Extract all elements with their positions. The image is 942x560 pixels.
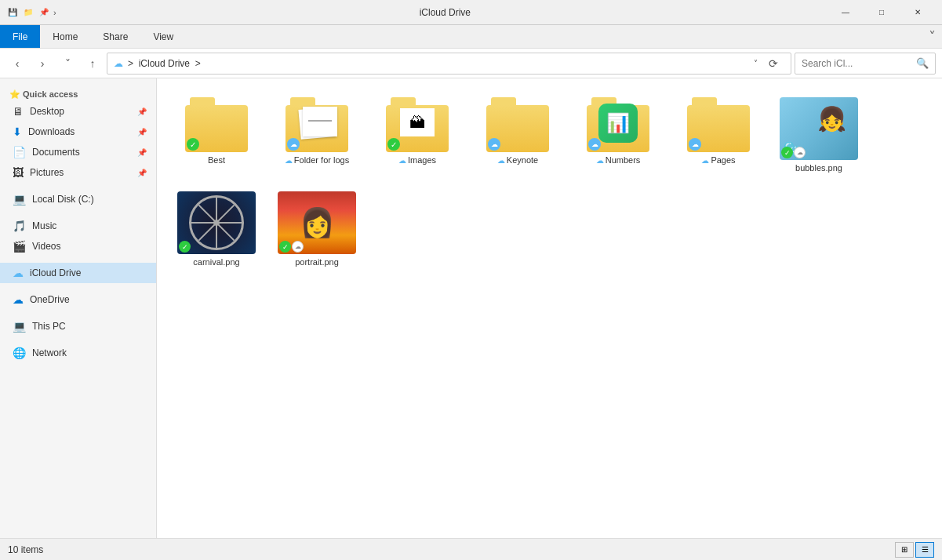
title-bar: 💾 📁 📌 › iCloud Drive — □ ✕ (0, 0, 942, 25)
view-toggles: ⊞ ☰ (895, 542, 934, 558)
window-title: iCloud Drive (63, 7, 827, 18)
title-bar-icons: 💾 📁 📌 › (6, 6, 56, 19)
file-label-logs: ☁ Folder for logs (285, 155, 349, 165)
menu-view[interactable]: View (140, 25, 186, 48)
file-label-images: ☁ Images (398, 155, 436, 165)
minimize-button[interactable]: — (827, 0, 864, 25)
thumbnail-portrait: 👩 ✓ ☁ (278, 191, 356, 254)
forward-button[interactable]: › (31, 53, 53, 75)
pictures-icon: 🖼 (13, 166, 24, 179)
sidebar-item-pictures[interactable]: 🖼 Pictures 📌 (0, 162, 156, 183)
address-cloud-icon: ☁ (114, 58, 123, 69)
file-label-pages: ☁ Pages (701, 155, 735, 165)
pin-icon-documents: 📌 (137, 148, 147, 157)
sidebar: ⭐ Quick access 🖥 Desktop 📌 ⬇ Downloads 📌… (0, 78, 157, 538)
sidebar-item-videos[interactable]: 🎬 Videos (0, 236, 156, 256)
music-icon: 🎵 (13, 220, 26, 232)
menu-bar-expand[interactable]: ˅ (929, 25, 942, 48)
folder-icon-images: 🏔 ✓ (386, 97, 449, 152)
title-bar-controls: — □ ✕ (827, 0, 936, 25)
sidebar-section-quick-access: ⭐ Quick access (0, 85, 156, 101)
dropdown-button[interactable]: ˅ (56, 53, 78, 75)
address-dropdown[interactable]: ˅ (754, 59, 758, 67)
menu-bar: File Home Share View ˅ (0, 25, 942, 49)
title-bar-arrow: › (53, 8, 56, 17)
onedrive-icon: ☁ (13, 293, 24, 306)
videos-icon: 🎬 (13, 240, 26, 253)
search-input[interactable] (802, 58, 913, 69)
thumbnail-carnival: ✓ (177, 191, 256, 254)
desktop-icon: 🖥 (13, 105, 24, 118)
folder-icon-numbers: 📊 ☁ (587, 97, 649, 152)
status-bar: 10 items ⊞ ☰ (0, 538, 942, 560)
thumbnail-bubbles: 👧 🫧 ✓ ☁ (780, 97, 858, 160)
close-button[interactable]: ✕ (900, 0, 936, 25)
list-item[interactable]: ✓ Best (169, 91, 264, 179)
folder-icon-logs: ☁ (286, 97, 348, 152)
file-label-keynote: ☁ Keynote (497, 155, 538, 165)
title-bar-folder-icon[interactable]: 📁 (22, 6, 35, 19)
folder-icon-pages: ☁ (687, 97, 750, 152)
pin-icon-downloads: 📌 (137, 128, 147, 136)
address-bar[interactable]: ☁ > iCloud Drive > ˅ ⟳ (107, 53, 791, 75)
menu-file[interactable]: File (0, 25, 40, 48)
sidebar-item-desktop[interactable]: 🖥 Desktop 📌 (0, 101, 156, 122)
address-breadcrumb: > iCloud Drive > (128, 58, 749, 69)
menu-home[interactable]: Home (40, 25, 90, 48)
content-area: ✓ Best ☁ ☁ Folder for log (157, 78, 942, 538)
menu-share[interactable]: Share (90, 25, 140, 48)
pin-icon-desktop: 📌 (137, 107, 147, 116)
title-bar-save-icon[interactable]: 💾 (6, 6, 19, 19)
this-pc-icon: 💻 (13, 320, 26, 333)
sidebar-item-network[interactable]: 🌐 Network (0, 343, 156, 363)
network-icon: 🌐 (13, 347, 26, 359)
main-layout: ⭐ Quick access 🖥 Desktop 📌 ⬇ Downloads 📌… (0, 78, 942, 538)
sidebar-item-onedrive[interactable]: ☁ OneDrive (0, 289, 156, 310)
folder-icon-keynote: ☁ (486, 97, 549, 152)
documents-icon: 📄 (13, 146, 26, 158)
file-label-best: Best (208, 155, 225, 165)
list-item[interactable]: 🏔 ✓ ☁ Images (370, 91, 464, 179)
list-item[interactable]: ☁ ☁ Pages (671, 91, 766, 179)
list-item[interactable]: ☁ ☁ Folder for logs (270, 91, 364, 179)
up-button[interactable]: ↑ (82, 53, 104, 75)
search-icon: 🔍 (916, 57, 929, 69)
view-list-button[interactable]: ☰ (915, 542, 934, 558)
file-label-carnival: carnival.png (193, 257, 239, 267)
list-item[interactable]: ☁ ☁ Keynote (471, 91, 565, 179)
sidebar-item-music[interactable]: 🎵 Music (0, 216, 156, 236)
file-grid: ✓ Best ☁ ☁ Folder for log (169, 91, 929, 273)
sidebar-item-icloud-drive[interactable]: ☁ iCloud Drive (0, 263, 156, 283)
item-count: 10 items (8, 544, 43, 555)
toolbar: ‹ › ˅ ↑ ☁ > iCloud Drive > ˅ ⟳ 🔍 (0, 49, 942, 78)
maximize-button[interactable]: □ (864, 0, 900, 25)
file-label-portrait: portrait.png (295, 257, 339, 267)
downloads-icon: ⬇ (13, 125, 22, 138)
search-box[interactable]: 🔍 (795, 53, 936, 75)
sidebar-item-this-pc[interactable]: 💻 This PC (0, 316, 156, 336)
list-item[interactable]: ✓ carnival.png (169, 185, 264, 273)
back-button[interactable]: ‹ (6, 53, 28, 75)
sidebar-item-documents[interactable]: 📄 Documents 📌 (0, 142, 156, 162)
refresh-button[interactable]: ⟳ (762, 53, 784, 75)
title-bar-pin-icon[interactable]: 📌 (38, 6, 50, 19)
view-grid-button[interactable]: ⊞ (895, 542, 914, 558)
list-item[interactable]: 👩 ✓ ☁ portrait.png (270, 185, 364, 273)
icloud-drive-icon: ☁ (13, 267, 24, 279)
local-disk-icon: 💻 (13, 193, 26, 205)
file-label-bubbles: bubbles.png (795, 163, 842, 173)
list-item[interactable]: 📊 ☁ ☁ Numbers (571, 91, 665, 179)
list-item[interactable]: 👧 🫧 ✓ ☁ bubbles.png (772, 91, 866, 179)
folder-icon-best: ✓ (185, 97, 248, 152)
file-label-numbers: ☁ Numbers (596, 155, 641, 165)
sidebar-item-downloads[interactable]: ⬇ Downloads 📌 (0, 122, 156, 142)
pin-icon-pictures: 📌 (137, 169, 147, 177)
sidebar-item-local-disk[interactable]: 💻 Local Disk (C:) (0, 189, 156, 209)
